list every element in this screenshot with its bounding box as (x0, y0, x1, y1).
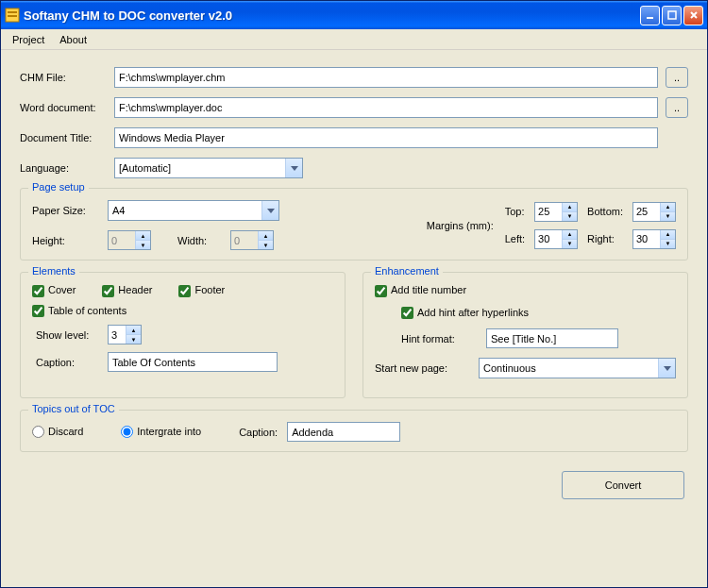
svg-rect-2 (8, 15, 17, 17)
maximize-button[interactable] (662, 6, 682, 25)
spin-up-icon[interactable]: ▲ (126, 326, 141, 335)
toc-caption-label: Caption: (32, 357, 98, 368)
menu-about[interactable]: About (52, 32, 94, 47)
add-title-num-label[interactable]: Add title number (375, 284, 466, 297)
spin-up-icon[interactable]: ▲ (562, 230, 577, 240)
width-label: Width: (177, 235, 223, 246)
spin-up-icon[interactable]: ▲ (660, 230, 675, 240)
width-input[interactable] (231, 231, 258, 249)
chm-file-input[interactable] (114, 67, 658, 88)
chevron-down-icon (285, 159, 302, 177)
spin-up-icon[interactable]: ▲ (562, 203, 577, 212)
paper-size-value: A4 (109, 205, 261, 216)
discard-radio[interactable] (32, 426, 44, 438)
enhancement-group: Enhancement Add title number Add hint af… (362, 272, 688, 398)
titlebar[interactable]: Softany CHM to DOC converter v2.0 (1, 1, 707, 29)
start-new-page-value: Continuous (480, 362, 658, 374)
chevron-down-icon (658, 359, 675, 378)
hint-format-input[interactable] (486, 328, 618, 348)
language-label: Language: (20, 162, 114, 174)
topics-out-group: Topics out of TOC Discard Intergrate int… (20, 410, 688, 452)
spin-down-icon[interactable]: ▼ (135, 241, 150, 249)
minimize-button[interactable] (640, 6, 660, 25)
margins-label: Margins (mm): (427, 220, 494, 231)
add-hint-label[interactable]: Add hint after hyperlinks (401, 307, 529, 320)
add-title-num-checkbox[interactable] (375, 285, 387, 297)
topic-caption-input[interactable] (287, 422, 400, 442)
integrate-radio[interactable] (121, 426, 133, 438)
chm-browse-button[interactable]: .. (666, 67, 688, 88)
footer-checkbox-label[interactable]: Footer (178, 284, 225, 297)
margin-bottom-input[interactable] (633, 203, 660, 221)
margin-left-label: Left: (505, 233, 525, 244)
spin-down-icon[interactable]: ▼ (562, 212, 577, 221)
header-checkbox[interactable] (102, 285, 114, 297)
start-new-page-label: Start new page: (375, 362, 469, 374)
word-browse-button[interactable]: .. (666, 97, 688, 118)
show-level-label: Show level: (32, 329, 98, 341)
cover-checkbox[interactable] (32, 285, 44, 297)
language-combo[interactable]: [Automatic] (114, 158, 303, 178)
integrate-radio-label[interactable]: Intergrate into (121, 426, 201, 439)
window-buttons (640, 6, 703, 25)
topics-out-legend: Topics out of TOC (28, 403, 119, 414)
word-doc-label: Word document: (20, 102, 114, 113)
app-icon (5, 8, 20, 23)
margin-right-spinner[interactable]: ▲▼ (632, 229, 676, 249)
doc-title-label: Document Title: (20, 132, 114, 143)
spin-up-icon[interactable]: ▲ (135, 231, 150, 241)
close-button[interactable] (683, 6, 703, 25)
svg-rect-3 (647, 17, 653, 19)
show-level-spinner[interactable]: ▲▼ (108, 325, 142, 344)
discard-radio-label[interactable]: Discard (32, 426, 83, 439)
show-level-input[interactable] (109, 326, 126, 344)
spin-down-icon[interactable]: ▼ (660, 212, 675, 221)
chevron-down-icon (261, 201, 278, 220)
topic-caption-label: Caption: (239, 427, 278, 438)
spin-up-icon[interactable]: ▲ (660, 203, 675, 212)
margin-bottom-spinner[interactable]: ▲▼ (632, 202, 676, 222)
margin-left-spinner[interactable]: ▲▼ (534, 229, 578, 249)
margin-top-label: Top: (505, 206, 525, 217)
enhancement-legend: Enhancement (371, 265, 443, 277)
spin-down-icon[interactable]: ▼ (258, 241, 273, 249)
paper-size-label: Paper Size: (32, 205, 100, 216)
toc-checkbox-label[interactable]: Table of contents (32, 305, 126, 318)
cover-checkbox-label[interactable]: Cover (32, 284, 76, 297)
add-hint-checkbox[interactable] (401, 307, 413, 319)
margin-top-spinner[interactable]: ▲▼ (534, 202, 578, 222)
spin-up-icon[interactable]: ▲ (258, 231, 273, 241)
height-spinner[interactable]: ▲▼ (108, 230, 151, 250)
menu-project[interactable]: Project (5, 32, 52, 47)
svg-rect-4 (668, 11, 676, 19)
start-new-page-combo[interactable]: Continuous (479, 358, 676, 378)
height-input[interactable] (109, 231, 135, 249)
margin-bottom-label: Bottom: (587, 206, 623, 217)
hint-format-label: Hint format: (401, 333, 477, 344)
convert-button[interactable]: Convert (562, 471, 684, 499)
language-value: [Automatic] (115, 162, 285, 174)
header-checkbox-label[interactable]: Header (102, 284, 152, 297)
margin-right-input[interactable] (633, 230, 660, 248)
spin-down-icon[interactable]: ▼ (562, 240, 577, 248)
menubar: Project About (1, 29, 707, 50)
paper-size-combo[interactable]: A4 (108, 200, 279, 221)
page-setup-legend: Page setup (28, 181, 89, 193)
app-window: Softany CHM to DOC converter v2.0 Projec… (0, 0, 708, 588)
page-setup-group: Page setup Paper Size: A4 Height: ▲▼ Wid… (20, 188, 688, 260)
width-spinner[interactable]: ▲▼ (230, 230, 274, 250)
spin-down-icon[interactable]: ▼ (660, 240, 675, 248)
word-doc-input[interactable] (114, 97, 658, 118)
footer-checkbox[interactable] (178, 285, 191, 297)
toc-caption-input[interactable] (108, 352, 278, 372)
window-title: Softany CHM to DOC converter v2.0 (24, 8, 640, 23)
elements-legend: Elements (28, 265, 79, 277)
spin-down-icon[interactable]: ▼ (126, 335, 141, 344)
margin-right-label: Right: (587, 233, 623, 244)
doc-title-input[interactable] (114, 127, 658, 148)
toc-checkbox[interactable] (32, 305, 44, 317)
margin-left-input[interactable] (535, 230, 562, 248)
content-area: CHM File: .. Word document: .. Document … (1, 50, 707, 587)
svg-rect-1 (8, 11, 17, 13)
margin-top-input[interactable] (535, 203, 562, 221)
